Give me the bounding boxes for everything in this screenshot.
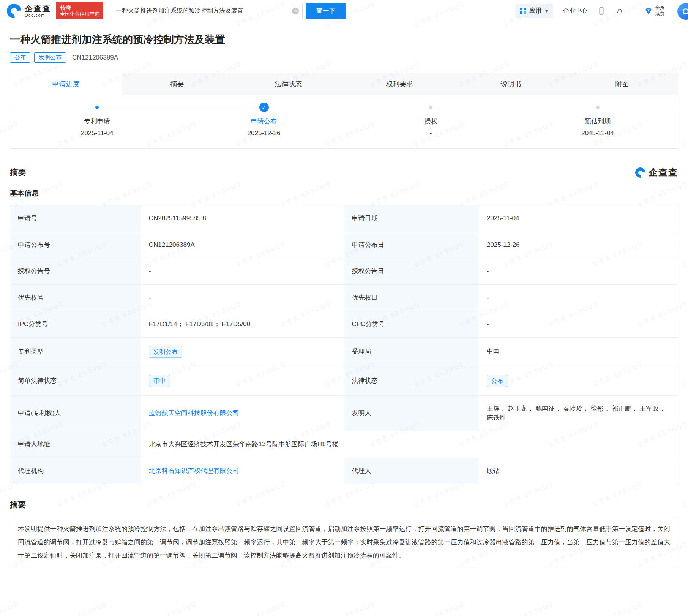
table-row: 申请公布号 CN121206389A 申请公布日 2025-12-26	[10, 232, 678, 258]
agent-value: 顾钻	[479, 458, 678, 484]
application-date-label: 申请日期	[344, 205, 479, 232]
qcc-brand-mark: 企查查	[635, 166, 678, 178]
enterprise-center-link[interactable]: 企业中心	[563, 7, 587, 15]
table-row: 代理机构 北京科石知识产权代理有限公司 代理人 顾钻	[10, 458, 678, 484]
grant-no-label: 授权公告号	[10, 258, 141, 285]
priority-date-label: 优先权日	[344, 284, 479, 311]
applicant-link[interactable]: 蓝箭航天空间科技股份有限公司	[149, 409, 239, 417]
watermark-text: 企查查 EESUQQ	[502, 600, 555, 616]
summary-heading: 摘要	[10, 499, 678, 510]
apps-grid-icon	[520, 8, 526, 14]
legal-status-tag: 公布	[487, 375, 508, 387]
search-button[interactable]: 查一下	[306, 3, 346, 19]
inventors-value: 王辉， 赵玉龙， 鲍国征， 秦玲玲， 徐彤， 祁正鹏， 王军政， 陈铁胜	[479, 395, 678, 431]
grant-no-value: -	[141, 258, 344, 285]
top-nav: 应用 ▼ 企业中心 会员 续费	[515, 4, 681, 18]
logo-title: 企查查	[25, 4, 51, 13]
agency-link[interactable]: 北京科石知识产权代理有限公司	[149, 467, 239, 474]
tab-bar: 申请进度 摘要 法律状态 权利要求 说明书 附图	[10, 73, 678, 95]
agent-label: 代理人	[344, 458, 479, 484]
watermark-text: 企查查 EESUQQ	[591, 600, 644, 616]
table-row: 优先权号 - 优先权日 -	[10, 284, 678, 311]
cpc-label: CPC分类号	[344, 311, 479, 338]
slogan-line1: 传奇	[60, 4, 99, 11]
table-row: 授权公告号 - 授权公告日 -	[10, 258, 678, 285]
table-row: IPC分类号 F17D1/14； F17D3/01； F17D5/00 CPC分…	[10, 311, 678, 338]
legal-status-cell: 公布	[479, 366, 678, 395]
page-title: 一种火箭推进剂加注系统的预冷控制方法及装置	[10, 33, 678, 46]
step-dot-done	[95, 106, 99, 109]
logo-domain: Qcc.com	[25, 13, 51, 17]
mobile-app-icon[interactable]	[597, 7, 606, 15]
table-row: 申请人地址 北京市大兴区经济技术开发区荣华南路13号院中航国际广场H1号楼	[10, 431, 678, 458]
qcc-logo-text: 企查查 Qcc.com	[25, 4, 51, 17]
table-row: 申请号 CN202511599585.8 申请日期 2025-11-04	[10, 205, 678, 232]
patent-type-label: 专利类型	[10, 338, 141, 366]
tab-description[interactable]: 说明书	[455, 73, 566, 95]
tab-abstract[interactable]: 摘要	[122, 73, 233, 95]
patent-type-tag: 发明公布	[149, 346, 182, 358]
application-no-value: CN202511599585.8	[141, 205, 344, 232]
timeline-step-filing: 专利申请 2025-11-04	[52, 103, 143, 137]
table-row: 简单法律状态 审中 法律状态 公布	[10, 366, 678, 395]
publication-no-label: 申请公布号	[10, 232, 141, 258]
patent-detail-page: 一种火箭推进剂加注系统的预冷控制方法及装置 公布 发明公布 CN12120638…	[0, 33, 688, 568]
simple-legal-status-label: 简单法律状态	[10, 366, 141, 395]
publication-status-tag: 公布	[10, 52, 30, 63]
watermark-text: 企查查 EESUQQ	[56, 600, 109, 616]
application-timeline: 专利申请 2025-11-04 ✓ 申请公布 2025-12-26 授权 - 预…	[10, 95, 678, 148]
tab-legal-status[interactable]: 法律状态	[233, 73, 344, 95]
timeline-step-expiry: 预估到期 2045-11-04	[552, 103, 643, 137]
grant-date-value: -	[479, 258, 678, 285]
patent-tag-row: 公布 发明公布 CN121206389A	[10, 52, 678, 63]
qcc-logo[interactable]: 企查查 Qcc.com	[7, 4, 51, 18]
clear-search-icon[interactable]: ×	[292, 8, 299, 14]
timeline-step-grant: 授权 -	[385, 103, 477, 137]
vip-badge-icon	[644, 6, 653, 16]
progress-panel: 申请进度 摘要 法律状态 权利要求 说明书 附图 专利申请 2025-11-04…	[10, 73, 678, 149]
agency-label: 代理机构	[10, 458, 141, 484]
watermark-text: 企查查 EESUQQ	[234, 600, 287, 616]
search-input[interactable]	[111, 3, 303, 19]
office-value: 中国	[479, 338, 678, 366]
tab-claims[interactable]: 权利要求	[344, 73, 455, 95]
watermark-text: 企查查 EESUQQ	[145, 600, 198, 616]
applicant-cell: 蓝箭航天空间科技股份有限公司	[141, 395, 344, 431]
slogan-line2: 全国企业信用查询	[60, 11, 99, 17]
apps-label: 应用	[529, 7, 541, 15]
step-dot-pending	[429, 106, 432, 109]
search-bar: × 查一下	[111, 3, 346, 19]
tab-drawings[interactable]: 附图	[566, 73, 678, 95]
abstract-heading: 摘要	[10, 167, 26, 178]
watermark-text: 企查查 EESUQQ	[680, 600, 688, 616]
divider	[634, 7, 634, 15]
notifications-bell-icon[interactable]	[615, 7, 624, 15]
chevron-down-icon: ▼	[544, 9, 549, 13]
apps-menu[interactable]: 应用 ▼	[515, 4, 553, 18]
application-date-value: 2025-11-04	[479, 205, 678, 232]
qcc-brand-icon	[633, 165, 647, 180]
patent-number: CN121206389A	[72, 54, 118, 62]
invention-publication-tag: 发明公布	[34, 52, 66, 63]
legal-status-label: 法律状态	[344, 366, 479, 395]
vip-renew-button[interactable]: 会员 续费	[644, 5, 664, 17]
cpc-value: -	[479, 311, 678, 338]
table-row: 专利类型 发明公布 受理局 中国	[10, 338, 678, 366]
search-box: ×	[111, 3, 303, 19]
vip-renew-label: 会员 续费	[655, 5, 664, 17]
topbar: 企查查 Qcc.com 传奇 全国企业信用查询 × 查一下 应用 ▼ 企业中心	[0, 0, 688, 22]
qcc-brand-text: 企查查	[649, 166, 678, 178]
service-ring-icon	[683, 8, 688, 14]
application-no-label: 申请号	[10, 205, 141, 232]
tab-application-progress[interactable]: 申请进度	[10, 73, 122, 95]
publication-date-label: 申请公布日	[344, 232, 479, 258]
priority-date-value: -	[479, 284, 678, 311]
inventors-label: 发明人	[344, 395, 479, 431]
basic-info-table: 申请号 CN202511599585.8 申请日期 2025-11-04 申请公…	[10, 205, 678, 484]
applicant-label: 申请(专利权)人	[10, 395, 141, 431]
abstract-section-header: 摘要 企查查	[10, 166, 678, 178]
publication-no-value: CN121206389A	[141, 232, 344, 258]
check-icon: ✓	[259, 103, 269, 112]
publication-date-value: 2025-12-26	[479, 232, 678, 258]
priority-no-value: -	[141, 284, 344, 311]
